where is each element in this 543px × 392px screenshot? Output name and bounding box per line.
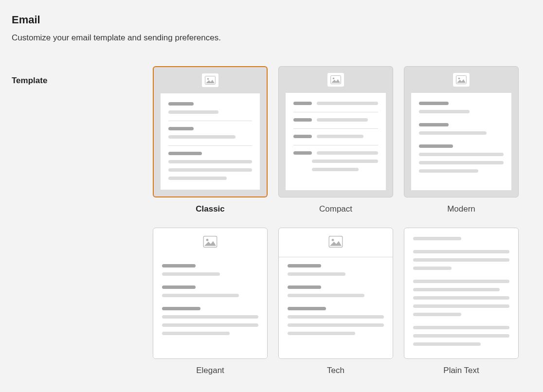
svg-point-3 <box>333 78 335 80</box>
image-icon <box>202 73 218 87</box>
template-option-tech[interactable]: Tech <box>278 228 393 375</box>
template-preview-header <box>404 67 518 93</box>
templates-grid: Classic <box>153 66 519 375</box>
image-icon <box>453 73 470 87</box>
template-preview-body <box>404 228 518 358</box>
page-subtitle: Customize your email template and sendin… <box>12 33 531 43</box>
template-option-compact[interactable]: Compact <box>278 66 393 214</box>
template-preview-body <box>161 93 260 190</box>
template-field-label: Template <box>12 66 153 86</box>
template-preview-compact <box>278 66 393 197</box>
template-preview-body <box>279 257 393 358</box>
template-label-modern: Modern <box>447 204 475 214</box>
template-preview-plain-text <box>404 228 519 359</box>
template-label-classic: Classic <box>196 204 225 214</box>
template-option-elegant[interactable]: Elegant <box>153 228 268 375</box>
image-icon <box>327 73 344 87</box>
template-preview-body <box>286 93 386 190</box>
page-title: Email <box>12 14 531 26</box>
template-preview-modern <box>404 66 519 197</box>
svg-point-9 <box>332 239 334 241</box>
template-preview-body <box>153 257 267 358</box>
template-label-elegant: Elegant <box>196 366 224 375</box>
image-icon <box>203 236 217 249</box>
template-preview-header <box>279 228 393 257</box>
template-option-plain-text[interactable]: Plain Text <box>404 228 519 375</box>
template-label-compact: Compact <box>319 204 352 214</box>
template-label-tech: Tech <box>327 366 344 375</box>
template-option-classic[interactable]: Classic <box>153 66 268 214</box>
image-icon <box>328 236 343 249</box>
template-label-plain-text: Plain Text <box>443 366 479 375</box>
template-preview-body <box>411 93 511 190</box>
svg-point-1 <box>207 78 209 80</box>
template-preview-header <box>154 67 267 93</box>
template-option-modern[interactable]: Modern <box>404 66 519 214</box>
template-preview-classic <box>153 66 268 197</box>
svg-point-7 <box>206 239 209 241</box>
template-preview-elegant <box>153 228 268 359</box>
template-preview-header <box>153 228 267 257</box>
template-preview-tech <box>278 228 393 359</box>
template-preview-header <box>279 67 393 93</box>
svg-point-5 <box>458 78 460 80</box>
